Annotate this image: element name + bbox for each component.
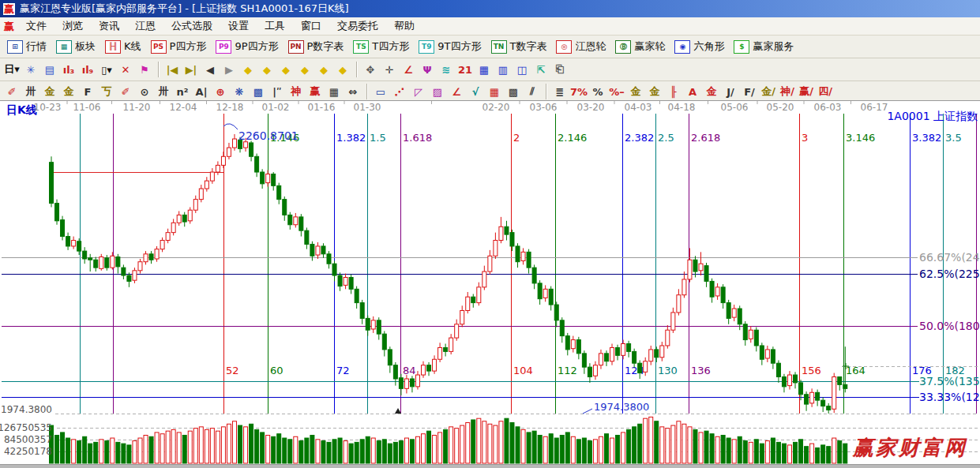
- draw-tool-icon-41[interactable]: 金/: [760, 84, 777, 99]
- calendar-icon[interactable]: 21: [456, 62, 474, 77]
- draw-tool-icon-14[interactable]: |ʺ: [268, 84, 286, 99]
- first-icon[interactable]: |◀: [163, 62, 181, 77]
- menu-item-浏览[interactable]: 浏览: [54, 19, 91, 32]
- draw-tool-icon-28[interactable]: ⫽: [524, 84, 541, 99]
- menu-item-文件[interactable]: 文件: [18, 19, 54, 32]
- menu-item-江恩[interactable]: 江恩: [127, 19, 163, 32]
- draw-tool-icon-3[interactable]: 金: [60, 84, 77, 99]
- draw-tool-icon-20[interactable]: ▭: [372, 84, 389, 99]
- menu-item-公式选股[interactable]: 公式选股: [163, 19, 220, 32]
- svg-text:03-20: 03-20: [577, 102, 605, 113]
- bar3-icon[interactable]: ıl₃: [60, 62, 77, 77]
- angle-measure-icon[interactable]: ∠: [400, 62, 417, 77]
- draw-tool-icon-17[interactable]: ▦: [325, 84, 343, 99]
- draw-tool-icon-15[interactable]: 神: [287, 84, 305, 99]
- draw-tool-icon-44[interactable]: 四/: [817, 84, 834, 99]
- period-dropdown[interactable]: 日▾: [3, 62, 21, 77]
- draw-tool-icon-5[interactable]: 丂: [98, 84, 115, 99]
- draw-tool-icon-4[interactable]: F: [79, 84, 96, 99]
- draw-tool-icon-43[interactable]: 赢/: [798, 84, 815, 99]
- crosshair-icon[interactable]: ✛: [381, 62, 398, 77]
- draw-tool-icon-36[interactable]: ╟: [665, 84, 682, 99]
- next-icon[interactable]: ▶: [220, 62, 238, 77]
- draw-tool-icon-37[interactable]: A: [684, 84, 701, 99]
- p-number-table-button[interactable]: PNP数字表: [283, 39, 349, 54]
- p-square-button[interactable]: PSP四方形: [146, 39, 212, 54]
- draw-tool-icon-23[interactable]: ▨: [429, 84, 446, 99]
- title-bar[interactable]: 赢 赢家江恩专业版[赢家内部服务平台] - [上证指数 SH1A0001-167…: [0, 0, 980, 17]
- last-icon[interactable]: ▶|: [182, 62, 200, 77]
- winner-service-button[interactable]: $赢家服务: [729, 39, 798, 54]
- t-square-button[interactable]: TST四方形: [348, 39, 414, 54]
- gann-tool-icon[interactable]: Ψ: [419, 62, 436, 77]
- draw-tool-icon-1[interactable]: 卅: [22, 84, 39, 99]
- draw-tool-icon-34[interactable]: 金: [627, 84, 644, 99]
- quotes-button[interactable]: ⊞行情: [2, 39, 51, 54]
- menu-item-交易委托[interactable]: 交易委托: [329, 19, 386, 32]
- draw-tool-icon-32[interactable]: %: [589, 84, 606, 99]
- hexagon-button[interactable]: ◉六角形: [670, 39, 729, 54]
- draw-tool-icon-9[interactable]: n²: [174, 84, 191, 99]
- draw-tool-icon-30[interactable]: ≣: [551, 84, 569, 99]
- draw-tool-icon-6[interactable]: ✐: [117, 84, 134, 99]
- zoom-out-icon[interactable]: ◆: [315, 62, 332, 77]
- draw-tool-icon-13[interactable]: ▩: [250, 84, 267, 99]
- save-icon[interactable]: ◫: [513, 62, 531, 77]
- flag-chart-icon[interactable]: ⚑: [136, 62, 153, 77]
- draw-tool-icon-33[interactable]: %–: [608, 84, 625, 99]
- menu-item-工具[interactable]: 工具: [257, 19, 293, 32]
- menu-item-帮助[interactable]: 帮助: [386, 19, 422, 32]
- gann-wheel-button[interactable]: ◎江恩轮: [551, 39, 610, 54]
- draw-tool-icon-0[interactable]: ✐: [3, 84, 21, 99]
- wave-tool-icon[interactable]: ≋: [437, 62, 455, 77]
- menu-item-窗口[interactable]: 窗口: [293, 19, 329, 32]
- draw-tool-icon-26[interactable]: ▦: [486, 84, 503, 99]
- draw-tool-icon-21[interactable]: ⋰: [391, 84, 408, 99]
- menu-item-资讯[interactable]: 资讯: [91, 19, 127, 32]
- draw-tool-icon-38[interactable]: 金: [703, 84, 720, 99]
- draw-tool-icon-10[interactable]: A|: [193, 84, 210, 99]
- draw-tool-icon-25[interactable]: √: [467, 84, 484, 99]
- svg-text:136: 136: [691, 365, 711, 376]
- t9-square-button[interactable]: T99T四方形: [414, 39, 486, 54]
- draw-tool-icon-35[interactable]: 金: [646, 84, 663, 99]
- draw-tool-icon-42[interactable]: 神/: [779, 84, 796, 99]
- menu-item-设置[interactable]: 设置: [220, 19, 257, 32]
- zoom-left-icon[interactable]: ◆: [239, 62, 257, 77]
- calculator-icon[interactable]: ▦: [475, 62, 493, 77]
- draw-tool-icon-22[interactable]: ◸: [410, 84, 427, 99]
- winner-wheel-button[interactable]: Ⓑ赢家轮: [610, 39, 670, 54]
- draw-tool-icon-27[interactable]: ▩: [505, 84, 522, 99]
- info-icon[interactable]: ▤: [41, 62, 58, 77]
- kline-button[interactable]: ╟╢K线: [100, 39, 146, 54]
- draw-tool-icon-11[interactable]: ⊕: [212, 84, 229, 99]
- report-icon[interactable]: ▥: [494, 62, 512, 77]
- draw-tool-icon-31[interactable]: 7%: [570, 84, 588, 99]
- erase-icon[interactable]: ✕: [117, 62, 134, 77]
- draw-tool-icon-7[interactable]: ⊙: [136, 84, 153, 99]
- draw-tool-icon-40[interactable]: F/: [741, 84, 758, 99]
- chart-region[interactable]: 10-2311-0611-2012-0412-1801-0201-1601-30…: [0, 100, 980, 464]
- web-chart-icon[interactable]: ✳: [22, 62, 39, 77]
- zoom-h-icon[interactable]: ◆: [277, 62, 295, 77]
- draw-tool-icon-2[interactable]: 金: [41, 84, 58, 99]
- draw-tool-icon-39[interactable]: J/: [722, 84, 739, 99]
- prev-icon[interactable]: ◀: [201, 62, 219, 77]
- draw-tool-icon-8[interactable]: 卅: [155, 84, 172, 99]
- draw-tool-icon-24[interactable]: ∠: [448, 84, 465, 99]
- pan-hand-icon[interactable]: ✥: [362, 62, 379, 77]
- draw-tool-icon-12[interactable]: ❋: [231, 84, 248, 99]
- zoom-in-icon[interactable]: ◆: [296, 62, 314, 77]
- draw-tool-icon-18[interactable]: ⇔: [344, 84, 362, 99]
- p9-square-button[interactable]: P99P四方形: [211, 39, 283, 54]
- zoom-right-icon[interactable]: ◆: [258, 62, 276, 77]
- candle-style-dropdown[interactable]: ▯▾: [98, 62, 115, 77]
- bar9-icon[interactable]: ıl₉: [79, 62, 96, 77]
- export-icon[interactable]: ⇱: [532, 62, 550, 77]
- print-icon[interactable]: ⎗: [551, 62, 569, 77]
- zoom-all-icon[interactable]: ◆: [334, 62, 351, 77]
- draw-tool-icon-16[interactable]: 赢: [306, 84, 324, 99]
- sectors-button[interactable]: ▦板块: [51, 39, 100, 54]
- t-number-table-button[interactable]: TNT数字表: [486, 39, 552, 54]
- bottom-scroll-strip[interactable]: [0, 464, 980, 468]
